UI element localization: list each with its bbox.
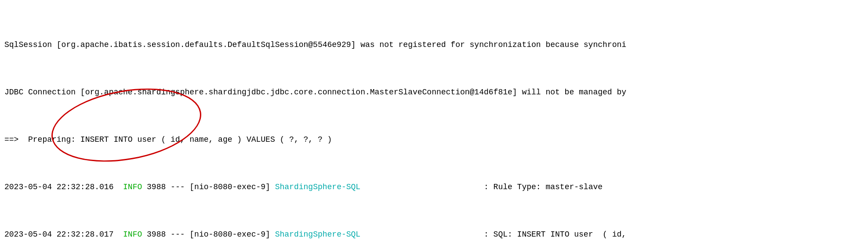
log-text: JDBC Connection [org.apache.shardingsphe… [4,88,626,97]
log-line-4: 2023-05-04 22:32:28.016 INFO 3988 --- [n… [4,181,864,193]
log-line-2: JDBC Connection [org.apache.shardingsphe… [4,86,864,98]
log-logger-name: ShardingSphere-SQL [275,183,360,191]
log-text: 3988 --- [nio-8080-exec-9] [142,183,275,191]
log-output: SqlSession [org.apache.ibatis.session.de… [4,4,864,248]
log-text: : Rule Type: master-slave [360,183,603,191]
log-text: SqlSession [org.apache.ibatis.session.de… [4,40,626,49]
log-text: ==> Preparing: INSERT INTO user ( id, na… [4,135,332,144]
log-text: 2023-05-04 22:32:28.017 [4,230,123,239]
log-text: 2023-05-04 22:32:28.016 [4,183,123,191]
log-logger-name: ShardingSphere-SQL [275,230,360,239]
log-line-1: SqlSession [org.apache.ibatis.session.de… [4,39,864,51]
log-text: 3988 --- [nio-8080-exec-9] [142,230,275,239]
log-text: : SQL: INSERT INTO user ( id, [360,230,626,239]
log-info-badge: INFO [123,183,142,191]
log-line-5: 2023-05-04 22:32:28.017 INFO 3988 --- [n… [4,229,864,241]
log-line-3: ==> Preparing: INSERT INTO user ( id, na… [4,134,864,146]
log-info-badge: INFO [123,230,142,239]
